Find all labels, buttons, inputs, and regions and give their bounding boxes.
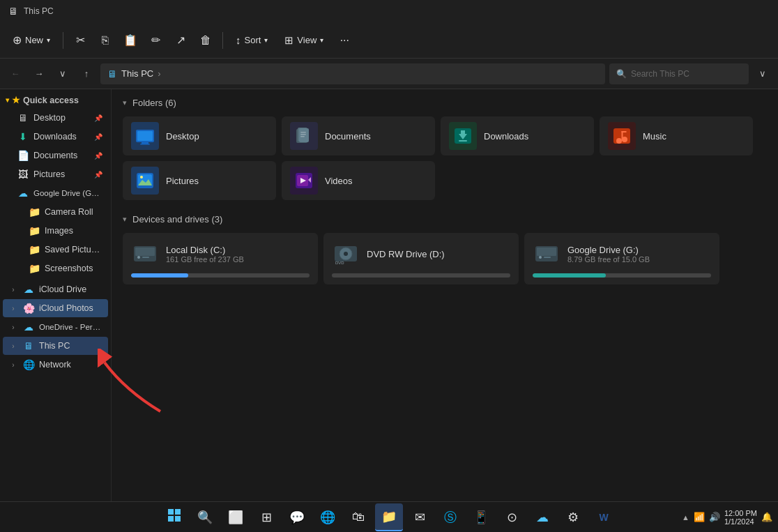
search-taskbar-button[interactable]: 🔍 [191, 503, 219, 531]
camera-roll-icon: 📁 [28, 206, 40, 218]
history-button[interactable]: ∨ [53, 64, 73, 84]
drive-google-icon [533, 240, 560, 268]
svg-point-20 [140, 176, 143, 178]
share-button[interactable]: ↗ [169, 29, 192, 52]
mail-button[interactable]: ✉ [406, 503, 434, 531]
toolbar-sep-2 [222, 32, 223, 49]
back-button[interactable]: ← [6, 64, 25, 84]
word-icon: W [599, 512, 608, 523]
folder-music[interactable]: Music [600, 116, 753, 155]
drive-local-disk[interactable]: Local Disk (C:) 161 GB free of 237 GB [123, 233, 318, 284]
cut-icon: ✂ [76, 33, 85, 47]
folder-pictures[interactable]: Pictures [123, 161, 276, 200]
sidebar-item-googledrive[interactable]: ☁ Google Drive (G… [3, 184, 108, 202]
sidebar-item-onedrive[interactable]: › ☁ OneDrive - Pers… [3, 318, 108, 336]
sidebar-item-this-pc[interactable]: › 🖥 This PC [3, 337, 108, 355]
forward-button[interactable]: → [29, 64, 49, 84]
new-button[interactable]: ⊕ New ▾ [6, 29, 57, 51]
paste-button[interactable]: 📋 [119, 29, 142, 52]
folder-videos[interactable]: Videos [282, 161, 435, 200]
settings-taskbar-button[interactable]: ⚙ [559, 503, 587, 531]
edge-button[interactable]: 🌐 [314, 503, 342, 531]
svg-rect-35 [537, 248, 556, 256]
sidebar-item-network[interactable]: › 🌐 Network [3, 356, 108, 374]
new-icon: ⊕ [13, 33, 22, 47]
this-pc-expander: › [8, 341, 18, 351]
sidebar-item-pictures[interactable]: 🖼 Pictures 📌 [3, 165, 108, 183]
sidebar-item-screenshots[interactable]: 📁 Screenshots [3, 259, 108, 278]
sidebar-item-images-label: Images [45, 226, 102, 236]
quick-access-star: ★ [12, 95, 20, 105]
drive-google-header: Google Drive (G:) 8.79 GB free of 15.0 G… [533, 240, 711, 268]
taskview-icon: ⬜ [228, 510, 243, 525]
drives-section-header: ▾ Devices and drives (3) [123, 214, 767, 225]
folders-section-header: ▾ Folders (6) [123, 98, 767, 108]
address-path[interactable]: 🖥 This PC › [100, 63, 605, 84]
folder-documents[interactable]: Documents [282, 116, 435, 155]
desktop-icon: 🖥 [17, 112, 29, 124]
toolbar: ⊕ New ▾ ✂ ⎘ 📋 ✏ ↗ 🗑 ↕ Sort ▾ ⊞ View ▾ ··… [0, 22, 778, 59]
view-chevron-icon: ▾ [320, 36, 323, 44]
settings-taskbar-icon: ⚙ [567, 510, 579, 525]
saved-pictures-icon: 📁 [28, 243, 40, 256]
expand-button[interactable]: ∨ [753, 64, 772, 84]
folder-videos-name: Videos [325, 176, 353, 186]
folder-desktop[interactable]: Desktop [123, 116, 276, 155]
taskview-button[interactable]: ⬜ [222, 503, 250, 531]
sidebar-item-icloud-photos[interactable]: › 🌸 iCloud Photos [3, 299, 108, 317]
sidebar-item-downloads[interactable]: ⬇ Downloads 📌 [3, 128, 108, 146]
svg-point-14 [616, 138, 622, 144]
start-button[interactable] [160, 503, 188, 531]
delete-button[interactable]: 🗑 [194, 29, 217, 52]
sidebar-item-saved-pictures[interactable]: 📁 Saved Pictures [3, 241, 108, 259]
icloud-taskbar-button[interactable]: ☁ [528, 503, 556, 531]
folder-desktop-icon [131, 122, 159, 150]
toolbar-sep-1 [63, 32, 63, 49]
copy-button[interactable]: ⎘ [94, 29, 116, 52]
paste-icon: 📋 [123, 33, 137, 47]
clock: 12:00 PM1/1/2024 [724, 509, 757, 526]
address-search[interactable]: 🔍 Search This PC [609, 63, 749, 84]
drive-dvd[interactable]: DVD DVD RW Drive (D:) [323, 233, 519, 284]
cut-button[interactable]: ✂ [69, 29, 91, 52]
drive-google[interactable]: Google Drive (G:) 8.79 GB free of 15.0 G… [524, 233, 719, 284]
quick-access-header[interactable]: ▾ ★ Quick access [0, 92, 111, 108]
sort-button[interactable]: ↕ Sort ▾ [229, 30, 275, 50]
svg-rect-29 [142, 257, 149, 258]
sidebar-item-documents[interactable]: 📄 Documents 📌 [3, 146, 108, 165]
whatsapp-button[interactable]: 📱 [467, 503, 495, 531]
sidebar-item-images[interactable]: 📁 Images [3, 222, 108, 240]
drive-dvd-header: DVD DVD RW Drive (D:) [332, 240, 510, 268]
word-button[interactable]: W [590, 503, 618, 531]
pin-icon-4: 📌 [94, 171, 102, 178]
sidebar-item-icloud-drive[interactable]: › ☁ iCloud Drive [3, 280, 108, 298]
share-icon: ↗ [176, 33, 185, 47]
view-button[interactable]: ⊞ View ▾ [277, 30, 330, 51]
svg-rect-42 [175, 516, 181, 522]
teams-taskbar-button[interactable]: 💬 [283, 503, 311, 531]
svg-rect-3 [140, 144, 150, 145]
explorer-taskbar-button[interactable]: 📁 [375, 503, 403, 531]
address-bar: ← → ∨ ↑ 🖥 This PC › 🔍 Search This PC ∨ [0, 59, 778, 89]
rename-button[interactable]: ✏ [144, 29, 167, 52]
sort-icon: ↕ [236, 34, 241, 46]
drives-chevron[interactable]: ▾ [123, 215, 127, 224]
sidebar-item-desktop[interactable]: 🖥 Desktop 📌 [3, 109, 108, 127]
folder-downloads[interactable]: Downloads [441, 116, 594, 155]
icloud-drive-icon: ☁ [22, 283, 35, 296]
chrome-button[interactable]: ⊙ [498, 503, 526, 531]
sidebar-item-camera-roll[interactable]: 📁 Camera Roll [3, 203, 108, 221]
downloads-icon: ⬇ [17, 130, 29, 143]
folder-music-icon [608, 122, 636, 150]
widgets-button[interactable]: ⊞ [252, 503, 280, 531]
skype-button[interactable]: Ⓢ [436, 503, 464, 531]
expand-icon: ∨ [759, 68, 766, 79]
folder-documents-name: Documents [325, 131, 371, 142]
store-button[interactable]: 🛍 [344, 503, 372, 531]
folders-chevron[interactable]: ▾ [123, 98, 127, 107]
up-button[interactable]: ↑ [77, 64, 96, 84]
more-button[interactable]: ··· [333, 29, 356, 52]
svg-text:DVD: DVD [335, 261, 344, 265]
quick-access-label: Quick access [23, 96, 79, 105]
svg-rect-1 [137, 131, 153, 141]
